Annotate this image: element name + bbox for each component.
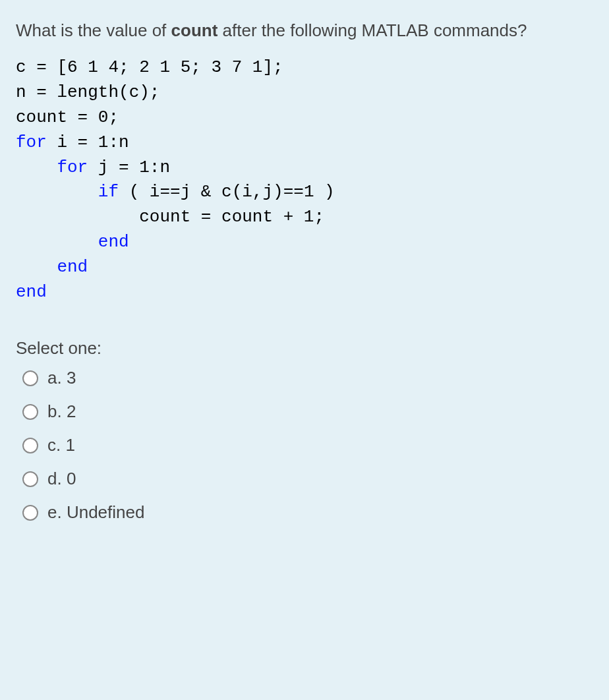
radio-icon[interactable]: [22, 404, 38, 420]
option-c[interactable]: c. 1: [22, 435, 593, 455]
code-l5-kw: for: [16, 158, 88, 177]
code-l1: c = [6 1 4; 2 1 5; 3 7 1];: [16, 57, 283, 77]
radio-icon[interactable]: [22, 438, 38, 453]
option-d-label: d. 0: [47, 469, 76, 489]
option-d[interactable]: d. 0: [22, 469, 593, 489]
radio-icon[interactable]: [22, 505, 38, 521]
option-e-label: e. Undefined: [47, 502, 144, 523]
option-a-label: a. 3: [47, 368, 76, 388]
code-l4b: i = 1:n: [47, 132, 129, 152]
question-text: What is the value of count after the fol…: [16, 18, 593, 44]
option-c-label: c. 1: [47, 435, 75, 455]
option-e[interactable]: e. Undefined: [22, 502, 593, 523]
question-prefix: What is the value of: [16, 20, 171, 40]
code-l2: n = length(c);: [16, 82, 160, 102]
question-bold: count: [171, 20, 218, 40]
code-l6b: ( i==j & c(i,j)==1 ): [119, 182, 335, 202]
code-l4-kw: for: [16, 132, 47, 152]
code-l10-kw: end: [16, 282, 47, 302]
radio-icon[interactable]: [22, 471, 38, 487]
question-suffix: after the following MATLAB commands?: [218, 20, 527, 40]
option-a[interactable]: a. 3: [22, 368, 593, 388]
option-b[interactable]: b. 2: [22, 401, 593, 422]
radio-icon[interactable]: [22, 370, 38, 386]
select-one-label: Select one:: [16, 338, 593, 359]
code-l5b: j = 1:n: [88, 158, 170, 177]
code-l6-kw: if: [16, 182, 119, 202]
code-l8-kw: end: [16, 232, 129, 252]
code-block: c = [6 1 4; 2 1 5; 3 7 1]; n = length(c)…: [16, 55, 593, 306]
code-l3: count = 0;: [16, 107, 119, 127]
options-group: a. 3 b. 2 c. 1 d. 0 e. Undefined: [16, 368, 593, 523]
code-l7: count = count + 1;: [16, 207, 324, 227]
option-b-label: b. 2: [47, 401, 76, 422]
code-l9-kw: end: [16, 257, 88, 277]
